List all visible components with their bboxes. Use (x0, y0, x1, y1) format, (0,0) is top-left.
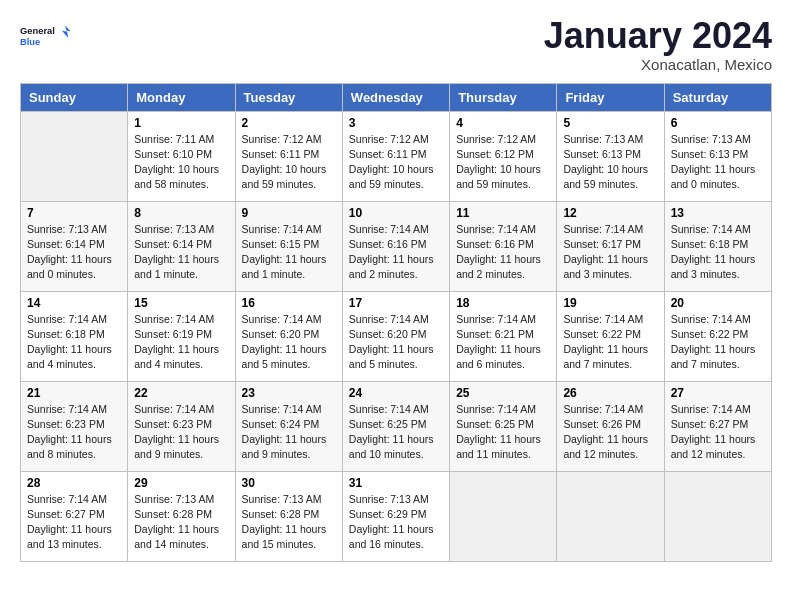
calendar-cell: 29Sunrise: 7:13 AM Sunset: 6:28 PM Dayli… (128, 471, 235, 561)
calendar-cell: 18Sunrise: 7:14 AM Sunset: 6:21 PM Dayli… (450, 291, 557, 381)
calendar-cell: 16Sunrise: 7:14 AM Sunset: 6:20 PM Dayli… (235, 291, 342, 381)
day-number: 30 (242, 476, 336, 490)
day-info: Sunrise: 7:12 AM Sunset: 6:11 PM Dayligh… (349, 132, 443, 193)
day-number: 9 (242, 206, 336, 220)
calendar-cell: 24Sunrise: 7:14 AM Sunset: 6:25 PM Dayli… (342, 381, 449, 471)
day-number: 11 (456, 206, 550, 220)
day-number: 4 (456, 116, 550, 130)
day-number: 17 (349, 296, 443, 310)
day-number: 14 (27, 296, 121, 310)
calendar-header-wednesday: Wednesday (342, 83, 449, 111)
day-number: 5 (563, 116, 657, 130)
day-info: Sunrise: 7:13 AM Sunset: 6:28 PM Dayligh… (134, 492, 228, 553)
day-info: Sunrise: 7:14 AM Sunset: 6:18 PM Dayligh… (27, 312, 121, 373)
svg-marker-2 (62, 25, 70, 38)
calendar-cell: 31Sunrise: 7:13 AM Sunset: 6:29 PM Dayli… (342, 471, 449, 561)
svg-text:General: General (20, 26, 55, 36)
day-info: Sunrise: 7:14 AM Sunset: 6:21 PM Dayligh… (456, 312, 550, 373)
calendar-cell (450, 471, 557, 561)
day-number: 22 (134, 386, 228, 400)
calendar-table: SundayMondayTuesdayWednesdayThursdayFrid… (20, 83, 772, 562)
day-info: Sunrise: 7:14 AM Sunset: 6:17 PM Dayligh… (563, 222, 657, 283)
day-number: 18 (456, 296, 550, 310)
calendar-cell: 14Sunrise: 7:14 AM Sunset: 6:18 PM Dayli… (21, 291, 128, 381)
title-block: January 2024 Xonacatlan, Mexico (544, 16, 772, 73)
calendar-cell: 7Sunrise: 7:13 AM Sunset: 6:14 PM Daylig… (21, 201, 128, 291)
month-title: January 2024 (544, 16, 772, 56)
day-number: 25 (456, 386, 550, 400)
day-info: Sunrise: 7:13 AM Sunset: 6:28 PM Dayligh… (242, 492, 336, 553)
calendar-cell: 2Sunrise: 7:12 AM Sunset: 6:11 PM Daylig… (235, 111, 342, 201)
day-number: 19 (563, 296, 657, 310)
day-number: 13 (671, 206, 765, 220)
day-info: Sunrise: 7:14 AM Sunset: 6:16 PM Dayligh… (349, 222, 443, 283)
day-info: Sunrise: 7:14 AM Sunset: 6:22 PM Dayligh… (563, 312, 657, 373)
calendar-week-1: 1Sunrise: 7:11 AM Sunset: 6:10 PM Daylig… (21, 111, 772, 201)
day-number: 21 (27, 386, 121, 400)
calendar-cell: 20Sunrise: 7:14 AM Sunset: 6:22 PM Dayli… (664, 291, 771, 381)
day-info: Sunrise: 7:13 AM Sunset: 6:14 PM Dayligh… (27, 222, 121, 283)
calendar-cell: 28Sunrise: 7:14 AM Sunset: 6:27 PM Dayli… (21, 471, 128, 561)
calendar-cell (664, 471, 771, 561)
calendar-cell: 26Sunrise: 7:14 AM Sunset: 6:26 PM Dayli… (557, 381, 664, 471)
calendar-cell: 22Sunrise: 7:14 AM Sunset: 6:23 PM Dayli… (128, 381, 235, 471)
day-info: Sunrise: 7:12 AM Sunset: 6:11 PM Dayligh… (242, 132, 336, 193)
day-number: 26 (563, 386, 657, 400)
location-subtitle: Xonacatlan, Mexico (544, 56, 772, 73)
calendar-header-row: SundayMondayTuesdayWednesdayThursdayFrid… (21, 83, 772, 111)
calendar-cell: 13Sunrise: 7:14 AM Sunset: 6:18 PM Dayli… (664, 201, 771, 291)
day-info: Sunrise: 7:14 AM Sunset: 6:25 PM Dayligh… (349, 402, 443, 463)
calendar-cell: 15Sunrise: 7:14 AM Sunset: 6:19 PM Dayli… (128, 291, 235, 381)
day-number: 1 (134, 116, 228, 130)
day-number: 15 (134, 296, 228, 310)
day-number: 10 (349, 206, 443, 220)
day-info: Sunrise: 7:13 AM Sunset: 6:13 PM Dayligh… (563, 132, 657, 193)
calendar-cell: 21Sunrise: 7:14 AM Sunset: 6:23 PM Dayli… (21, 381, 128, 471)
calendar-cell: 25Sunrise: 7:14 AM Sunset: 6:25 PM Dayli… (450, 381, 557, 471)
calendar-cell: 10Sunrise: 7:14 AM Sunset: 6:16 PM Dayli… (342, 201, 449, 291)
day-info: Sunrise: 7:14 AM Sunset: 6:19 PM Dayligh… (134, 312, 228, 373)
calendar-body: 1Sunrise: 7:11 AM Sunset: 6:10 PM Daylig… (21, 111, 772, 561)
calendar-header-tuesday: Tuesday (235, 83, 342, 111)
day-info: Sunrise: 7:13 AM Sunset: 6:14 PM Dayligh… (134, 222, 228, 283)
calendar-week-5: 28Sunrise: 7:14 AM Sunset: 6:27 PM Dayli… (21, 471, 772, 561)
day-number: 28 (27, 476, 121, 490)
day-info: Sunrise: 7:13 AM Sunset: 6:13 PM Dayligh… (671, 132, 765, 193)
day-number: 8 (134, 206, 228, 220)
day-number: 24 (349, 386, 443, 400)
day-info: Sunrise: 7:14 AM Sunset: 6:27 PM Dayligh… (27, 492, 121, 553)
day-number: 12 (563, 206, 657, 220)
day-number: 31 (349, 476, 443, 490)
day-info: Sunrise: 7:11 AM Sunset: 6:10 PM Dayligh… (134, 132, 228, 193)
calendar-cell: 1Sunrise: 7:11 AM Sunset: 6:10 PM Daylig… (128, 111, 235, 201)
day-number: 23 (242, 386, 336, 400)
calendar-cell: 23Sunrise: 7:14 AM Sunset: 6:24 PM Dayli… (235, 381, 342, 471)
day-info: Sunrise: 7:12 AM Sunset: 6:12 PM Dayligh… (456, 132, 550, 193)
day-number: 29 (134, 476, 228, 490)
calendar-cell (21, 111, 128, 201)
logo: General Blue (20, 16, 70, 56)
day-number: 6 (671, 116, 765, 130)
calendar-header-saturday: Saturday (664, 83, 771, 111)
day-info: Sunrise: 7:14 AM Sunset: 6:27 PM Dayligh… (671, 402, 765, 463)
calendar-cell: 3Sunrise: 7:12 AM Sunset: 6:11 PM Daylig… (342, 111, 449, 201)
day-info: Sunrise: 7:13 AM Sunset: 6:29 PM Dayligh… (349, 492, 443, 553)
day-info: Sunrise: 7:14 AM Sunset: 6:15 PM Dayligh… (242, 222, 336, 283)
calendar-cell: 4Sunrise: 7:12 AM Sunset: 6:12 PM Daylig… (450, 111, 557, 201)
day-number: 20 (671, 296, 765, 310)
day-info: Sunrise: 7:14 AM Sunset: 6:20 PM Dayligh… (242, 312, 336, 373)
calendar-cell: 17Sunrise: 7:14 AM Sunset: 6:20 PM Dayli… (342, 291, 449, 381)
day-number: 3 (349, 116, 443, 130)
day-info: Sunrise: 7:14 AM Sunset: 6:20 PM Dayligh… (349, 312, 443, 373)
calendar-week-3: 14Sunrise: 7:14 AM Sunset: 6:18 PM Dayli… (21, 291, 772, 381)
day-info: Sunrise: 7:14 AM Sunset: 6:24 PM Dayligh… (242, 402, 336, 463)
day-info: Sunrise: 7:14 AM Sunset: 6:26 PM Dayligh… (563, 402, 657, 463)
calendar-cell: 5Sunrise: 7:13 AM Sunset: 6:13 PM Daylig… (557, 111, 664, 201)
svg-text:Blue: Blue (20, 37, 40, 47)
day-info: Sunrise: 7:14 AM Sunset: 6:23 PM Dayligh… (134, 402, 228, 463)
day-info: Sunrise: 7:14 AM Sunset: 6:22 PM Dayligh… (671, 312, 765, 373)
page-header: General Blue January 2024 Xonacatlan, Me… (20, 16, 772, 73)
calendar-cell: 11Sunrise: 7:14 AM Sunset: 6:16 PM Dayli… (450, 201, 557, 291)
calendar-week-4: 21Sunrise: 7:14 AM Sunset: 6:23 PM Dayli… (21, 381, 772, 471)
calendar-cell: 8Sunrise: 7:13 AM Sunset: 6:14 PM Daylig… (128, 201, 235, 291)
